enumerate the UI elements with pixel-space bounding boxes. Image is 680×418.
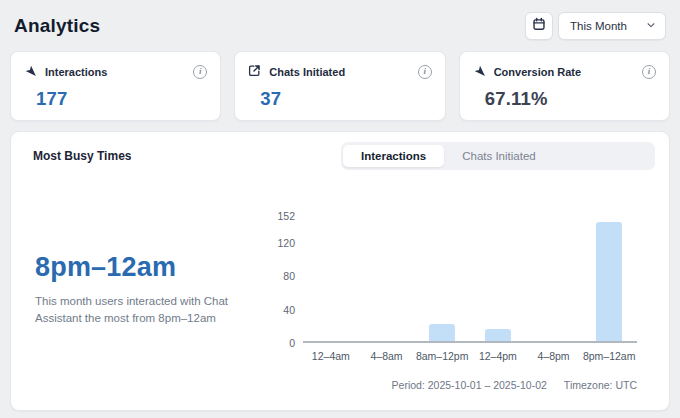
chart-x-tick-label: 8pm–12am	[581, 350, 637, 362]
cursor-icon	[473, 63, 486, 81]
tab-switcher: Interactions Chats Initiated	[341, 142, 655, 170]
analytics-page: Analytics This Month	[0, 0, 680, 418]
busiest-period-headline: 8pm–12am	[35, 252, 267, 283]
chart-x-tick-label: 4–8am	[359, 350, 415, 362]
chart-y-labels: 04080120152	[267, 216, 303, 345]
most-busy-times-card: Most Busy Times Interactions Chats Initi…	[10, 131, 670, 411]
info-icon[interactable]: i	[642, 65, 656, 79]
chart-x-tick-label: 4–8pm	[526, 350, 582, 362]
chart-timezone-label: Timezone: UTC	[564, 379, 637, 391]
info-icon[interactable]: i	[193, 65, 207, 79]
chart-bar-slot	[414, 216, 470, 341]
tab-interactions[interactable]: Interactions	[343, 145, 444, 167]
stat-card-conversion-rate: Conversion Rate i 67.11%	[459, 51, 670, 121]
chart-footer: Period: 2025-10-01 – 2025-10-02 Timezone…	[267, 379, 637, 391]
stat-value: 177	[36, 88, 207, 110]
page-header: Analytics This Month	[10, 8, 670, 42]
busy-summary: 8pm–12am This month users interacted wit…	[25, 210, 267, 391]
chevron-down-icon	[646, 20, 656, 32]
compose-icon	[248, 63, 261, 81]
calendar-icon	[532, 17, 546, 35]
busy-times-chart: 04080120152 12–4am4–8am8am–12pm12–4pm4–8…	[267, 216, 655, 391]
chart-period-label: Period: 2025-10-01 – 2025-10-02	[392, 379, 547, 391]
card-title: Most Busy Times	[25, 149, 131, 163]
chart-area: 04080120152	[267, 216, 637, 345]
date-controls: This Month	[525, 12, 666, 40]
chart-x-tick-label: 12–4am	[303, 350, 359, 362]
page-title: Analytics	[14, 15, 100, 37]
stat-label: Chats Initiated	[269, 66, 345, 78]
stat-card-interactions: Interactions i 177	[10, 51, 221, 121]
cursor-icon	[24, 63, 37, 81]
chart-bar-slot	[359, 216, 415, 341]
stats-row: Interactions i 177 Chats Initiated i 37	[10, 51, 670, 121]
chart-y-tick-label: 80	[283, 270, 295, 282]
stat-card-chats-initiated: Chats Initiated i 37	[234, 51, 445, 121]
stat-card-header: Chats Initiated i	[248, 63, 431, 81]
stat-label: Interactions	[45, 66, 107, 78]
info-icon[interactable]: i	[418, 65, 432, 79]
stat-value: 37	[260, 88, 431, 110]
stat-card-header: Interactions i	[24, 63, 207, 81]
chart-x-tick-label: 8am–12pm	[414, 350, 470, 362]
card-content: 8pm–12am This month users interacted wit…	[25, 210, 655, 391]
chart-x-labels: 12–4am4–8am8am–12pm12–4pm4–8pm8pm–12am	[303, 350, 637, 362]
tab-chats-initiated[interactable]: Chats Initiated	[444, 145, 554, 167]
chart-bar[interactable]	[485, 329, 511, 341]
calendar-button[interactable]	[525, 12, 553, 40]
chart-y-tick-label: 40	[283, 304, 295, 316]
chart-bar-slot	[303, 216, 359, 341]
chart-y-tick-label: 120	[277, 237, 295, 249]
chart-bar[interactable]	[429, 324, 455, 341]
chart-plot	[303, 216, 637, 343]
date-range-value: This Month	[570, 20, 627, 32]
stat-label: Conversion Rate	[494, 66, 581, 78]
stat-value: 67.11%	[485, 88, 656, 110]
busiest-period-description: This month users interacted with Chat As…	[35, 293, 243, 326]
chart-bar-slot	[581, 216, 637, 341]
date-range-select[interactable]: This Month	[558, 12, 666, 40]
chart-bar[interactable]	[596, 222, 622, 341]
chart-bar-slot	[470, 216, 526, 341]
stat-card-header: Conversion Rate i	[473, 63, 656, 81]
chart-y-tick-label: 152	[277, 210, 295, 222]
chart-y-tick-label: 0	[289, 337, 295, 349]
chart-x-tick-label: 12–4pm	[470, 350, 526, 362]
chart-bar-slot	[526, 216, 582, 341]
card-header: Most Busy Times Interactions Chats Initi…	[25, 142, 655, 170]
